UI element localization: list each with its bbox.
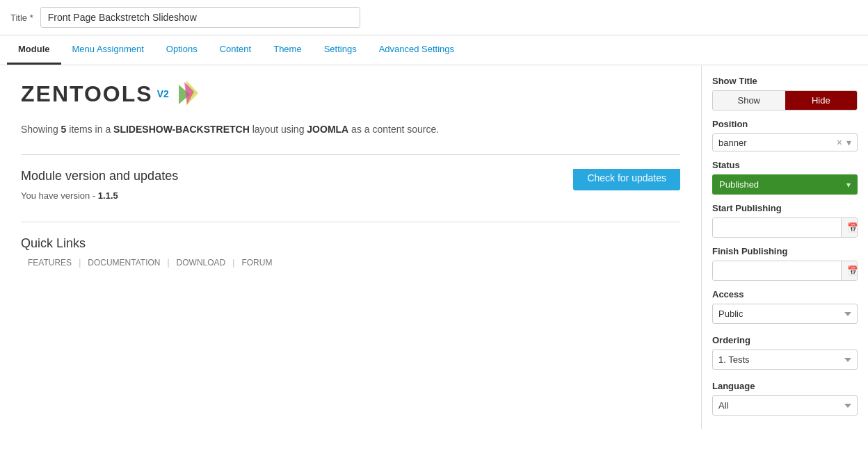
version-prefix: You have version - — [21, 190, 95, 201]
logo-version: V2 — [157, 88, 169, 99]
language-select[interactable]: All — [712, 395, 858, 416]
title-input[interactable] — [40, 7, 360, 28]
tab-advanced-settings[interactable]: Advanced Settings — [368, 35, 465, 65]
start-publishing-field: 📅 — [712, 217, 858, 238]
sidebar: Show Title Show Hide Position banner × ▾… — [701, 65, 868, 429]
finish-publishing-input[interactable] — [713, 261, 841, 280]
version-sub: You have version - 1.1.5 — [21, 190, 680, 201]
hide-button[interactable]: Hide — [785, 91, 858, 110]
layout-name: SLIDESHOW-BACKSTRETCH — [113, 124, 250, 135]
title-label: Title * — [10, 13, 33, 23]
tab-settings[interactable]: Settings — [313, 35, 368, 65]
dropdown-icon[interactable]: ▾ — [846, 137, 851, 148]
version-number: 1.1.5 — [98, 190, 118, 201]
quick-links-list: FEATURES | DOCUMENTATION | DOWNLOAD | FO… — [21, 258, 680, 268]
position-label: Position — [712, 119, 858, 129]
status-published[interactable]: Published ▾ — [712, 174, 858, 195]
quick-links-title: Quick Links — [21, 236, 680, 251]
logo-text: ZENTOOLS — [21, 81, 153, 107]
show-button[interactable]: Show — [713, 91, 785, 110]
page-wrapper: Title * Module Menu Assignment Options C… — [0, 0, 868, 460]
finish-publishing-calendar-btn[interactable]: 📅 — [841, 261, 858, 280]
finish-publishing-field: 📅 — [712, 261, 858, 281]
language-label: Language — [712, 381, 858, 391]
link-features[interactable]: FEATURES — [21, 258, 79, 268]
start-publishing-calendar-btn[interactable]: 📅 — [841, 218, 858, 237]
tab-content[interactable]: Content — [209, 35, 263, 65]
clear-icon[interactable]: × — [837, 137, 842, 148]
quick-links-section: Quick Links FEATURES | DOCUMENTATION | D… — [21, 222, 680, 281]
tab-theme[interactable]: Theme — [262, 35, 312, 65]
tab-menu-assignment[interactable]: Menu Assignment — [61, 35, 155, 65]
tab-options[interactable]: Options — [155, 35, 209, 65]
title-required: * — [30, 13, 33, 23]
main-layout: ZENTOOLS V2 Showing 5 items in a SLIDESH… — [0, 65, 868, 429]
info-text: Showing 5 items in a SLIDESHOW-BACKSTRET… — [21, 122, 680, 137]
ordering-select[interactable]: 1. Tests — [712, 350, 858, 370]
access-label: Access — [712, 289, 858, 299]
status-value: Published — [719, 179, 759, 190]
finish-publishing-label: Finish Publishing — [712, 246, 858, 256]
show-title-toggle: Show Hide — [712, 90, 858, 110]
start-publishing-input[interactable] — [713, 218, 841, 237]
version-section: Check for updates Module version and upd… — [21, 154, 680, 222]
logo-leaf-icon — [172, 79, 201, 108]
title-text: Title — [10, 13, 27, 23]
link-documentation[interactable]: DOCUMENTATION — [81, 258, 167, 268]
status-label: Status — [712, 160, 858, 170]
source-name: JOOMLA — [307, 124, 348, 135]
title-bar: Title * — [0, 0, 868, 35]
check-updates-button[interactable]: Check for updates — [573, 169, 680, 190]
logo-area: ZENTOOLS V2 — [21, 79, 680, 108]
status-arrow-icon: ▾ — [846, 180, 851, 190]
position-value: banner — [718, 138, 746, 148]
tab-module[interactable]: Module — [7, 35, 61, 65]
item-count: 5 — [61, 124, 67, 135]
position-icons: × ▾ — [837, 137, 851, 148]
content-area: ZENTOOLS V2 Showing 5 items in a SLIDESH… — [0, 65, 701, 429]
access-select[interactable]: Public — [712, 304, 858, 324]
link-download[interactable]: DOWNLOAD — [170, 258, 233, 268]
start-publishing-label: Start Publishing — [712, 203, 858, 213]
tabs-bar: Module Menu Assignment Options Content T… — [0, 35, 868, 65]
show-title-label: Show Title — [712, 76, 858, 86]
ordering-label: Ordering — [712, 335, 858, 345]
position-field[interactable]: banner × ▾ — [712, 133, 858, 151]
link-forum[interactable]: FORUM — [234, 258, 279, 268]
